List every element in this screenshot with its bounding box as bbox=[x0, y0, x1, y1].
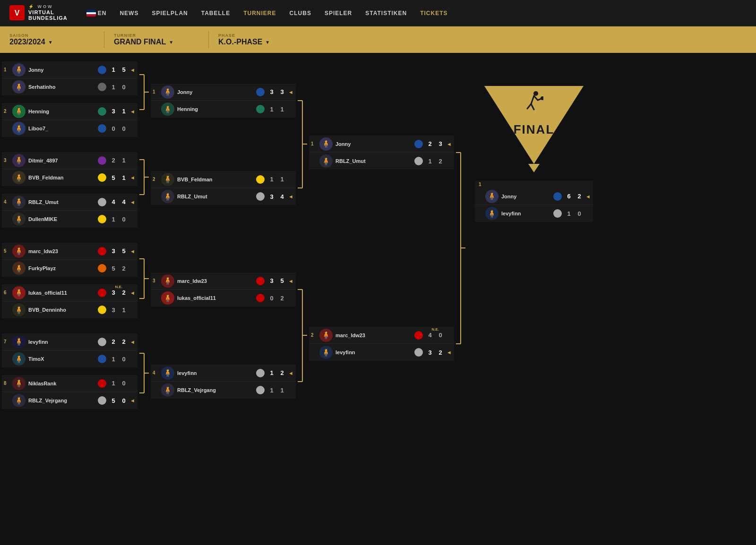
ne-tag: N.E. bbox=[431, 327, 439, 332]
qf-match-1-row-1[interactable]: 1 🧍 Jonny 3 3 ◄ bbox=[151, 84, 296, 101]
player-name: lukas_official11 bbox=[177, 295, 256, 301]
nav-tabelle[interactable]: TABELLE bbox=[201, 10, 230, 17]
sf-match-1-row-1[interactable]: 1 🧍 Jonny 2 3 ◄ bbox=[309, 136, 454, 153]
trophy: FINAL bbox=[484, 86, 584, 172]
match-num: 2 bbox=[153, 177, 158, 182]
filter-saison[interactable]: SAISON 2023/2024 ▼ bbox=[9, 33, 94, 46]
nav-tickets[interactable]: TICKETS bbox=[420, 10, 447, 17]
team-icon bbox=[414, 348, 423, 357]
nav-spieler[interactable]: SPIELER bbox=[325, 10, 352, 17]
player-name: BVB_Feldman bbox=[28, 175, 98, 180]
qf-match-2-row-1[interactable]: 2 🧍 BVB_Feldman 1 1 bbox=[151, 171, 296, 188]
winner-arrow: ◄ bbox=[288, 89, 293, 95]
sf-match-2-row-1[interactable]: 2 🧍 marc_ldw23 4 0 N.E. bbox=[309, 327, 454, 344]
team-icon bbox=[98, 289, 106, 297]
r16-match-5-row-2[interactable]: 🧍 FurkyPlayz 5 2 bbox=[2, 260, 137, 277]
score-leg2: 0 bbox=[435, 332, 446, 339]
nav-statistiken[interactable]: STATISTIKEN bbox=[365, 10, 407, 17]
nav-turniere[interactable]: TURNIERE bbox=[243, 10, 276, 17]
r16-match-3-row-1[interactable]: 3 🧍 Ditmir_4897 2 1 bbox=[2, 152, 137, 169]
winner-arrow: ◄ bbox=[130, 199, 135, 205]
team-icon bbox=[553, 192, 562, 201]
team-icon bbox=[553, 209, 562, 218]
bracket-svg-r16-qf bbox=[139, 58, 149, 545]
bracket-svg-sf-final bbox=[456, 58, 465, 388]
r16-match-4-row-1[interactable]: 4 🧍 RBLZ_Umut 4 4 ◄ bbox=[2, 194, 137, 211]
player-avatar: 🧍 bbox=[12, 352, 26, 366]
final-match-row-1[interactable]: 🧍 Jonny 6 2 ◄ bbox=[475, 188, 593, 205]
qf-match-3-row-1[interactable]: 3 🧍 marc_ldw23 3 5 ◄ bbox=[151, 272, 296, 290]
r16-match-8-row-2[interactable]: 🧍 RBLZ_Vejrgang 5 0 ◄ bbox=[2, 392, 137, 409]
r16-match-8-row-1[interactable]: 8 🧍 NiklasRank 1 0 bbox=[2, 375, 137, 392]
nav-spielplan[interactable]: SPIELPLAN bbox=[152, 10, 188, 17]
bracket-svg-qf-sf bbox=[298, 58, 307, 435]
team-icon bbox=[98, 66, 106, 74]
qf-match-3: 3 🧍 marc_ldw23 3 5 ◄ 🧍 lukas_official11 … bbox=[151, 272, 296, 307]
score-leg1: 2 bbox=[108, 338, 119, 345]
turnier-value: GRAND FINAL ▼ bbox=[114, 38, 189, 46]
qf-match-3-row-2[interactable]: 🧍 lukas_official11 0 2 bbox=[151, 290, 296, 307]
r16-match-3-row-2[interactable]: 🧍 BVB_Feldman 5 1 ◄ bbox=[2, 169, 137, 186]
player-name: RBLZ_Vejrgang bbox=[177, 387, 256, 393]
score-leg2: 4 bbox=[277, 193, 287, 200]
team-icon bbox=[98, 396, 106, 405]
player-name: Jonny bbox=[501, 194, 553, 199]
filter-sep-1 bbox=[104, 31, 104, 48]
sf-match-2-row-2[interactable]: 🧍 levyfinn 3 2 ◄ bbox=[309, 344, 454, 361]
spacer bbox=[2, 187, 137, 194]
filter-phase[interactable]: PHASE K.O.-PHASE ▼ bbox=[218, 33, 303, 46]
team-icon bbox=[256, 369, 265, 377]
trophy-triangle: FINAL bbox=[484, 86, 584, 164]
r16-match-5-row-1[interactable]: 5 🧍 marc_ldw23 3 5 ◄ bbox=[2, 243, 137, 260]
trophy-content: FINAL bbox=[494, 91, 574, 137]
r16-match-4-row-2[interactable]: 🧍 DullenMIKE 1 0 bbox=[2, 211, 137, 228]
player-avatar: 🧍 bbox=[161, 102, 174, 116]
nav-lang[interactable]: EN bbox=[86, 10, 107, 17]
qf-match-1-row-2[interactable]: 🧍 Henning 1 1 bbox=[151, 101, 296, 118]
player-name: marc_ldw23 bbox=[335, 332, 414, 338]
score-leg2: 2 bbox=[119, 289, 129, 296]
team-icon bbox=[98, 264, 106, 272]
qf-match-2-row-2[interactable]: 🧍 RBLZ_Umut 3 4 ◄ bbox=[151, 188, 296, 205]
r16-match-1-row-1[interactable]: 1 🧍 Jonny 1 5 ◄ bbox=[2, 61, 137, 78]
r16-match-7-row-2[interactable]: 🧍 TimoX 1 0 bbox=[2, 350, 137, 367]
nav-news[interactable]: NEWS bbox=[120, 10, 138, 17]
team-icon bbox=[256, 88, 265, 96]
r16-match-2-row-1[interactable]: 2 🧍 Henning 3 1 ◄ bbox=[2, 103, 137, 120]
nav-clubs[interactable]: CLUBS bbox=[290, 10, 311, 17]
flag-icon bbox=[86, 10, 96, 17]
score-leg1: 3 bbox=[108, 108, 119, 115]
filter-turnier[interactable]: TURNIER GRAND FINAL ▼ bbox=[114, 33, 199, 46]
turnier-arrow: ▼ bbox=[169, 40, 173, 45]
player-name: Jonny bbox=[177, 89, 256, 95]
score-leg2: 0 bbox=[574, 210, 584, 217]
final-match-row-2[interactable]: 🧍 levyfinn 1 0 bbox=[475, 205, 593, 222]
r16-match-2-row-2[interactable]: 🧍 Liboo7_ 0 0 bbox=[2, 120, 137, 137]
r16-match-6-row-2[interactable]: 🧍 BVB_Denninho 3 1 bbox=[2, 301, 137, 318]
score-leg1: 2 bbox=[108, 157, 119, 164]
team-icon bbox=[256, 386, 265, 394]
qf-match-4-row-1[interactable]: 4 🧍 levyfinn 1 2 ◄ bbox=[151, 365, 296, 382]
match-num: 1 bbox=[4, 67, 9, 72]
trophy-pointer bbox=[528, 164, 540, 172]
score-leg2: 0 bbox=[119, 216, 129, 223]
team-icon bbox=[256, 192, 265, 201]
spacer bbox=[2, 368, 137, 375]
team-icon bbox=[256, 294, 265, 302]
score-leg2: 1 bbox=[119, 307, 129, 314]
qf-match-4-row-2[interactable]: 🧍 RBLZ_Vejrgang 1 1 bbox=[151, 382, 296, 399]
sf-match-1-row-2[interactable]: 🧍 RBLZ_Umut 1 2 bbox=[309, 153, 454, 170]
r16-match-3: 3 🧍 Ditmir_4897 2 1 🧍 BVB_Feldman 5 1 ◄ bbox=[2, 152, 137, 186]
player-avatar: 🧍 bbox=[161, 383, 174, 397]
player-avatar: 🧍 bbox=[319, 137, 333, 151]
r16-match-7-row-1[interactable]: 7 🧍 levyfinn 2 2 ◄ bbox=[2, 333, 137, 350]
player-avatar: 🧍 bbox=[12, 286, 26, 299]
r16-match-4: 4 🧍 RBLZ_Umut 4 4 ◄ 🧍 DullenMIKE 1 0 bbox=[2, 194, 137, 228]
score-leg2: 2 bbox=[277, 369, 287, 376]
player-name: Jonny bbox=[28, 67, 98, 73]
score-leg2: 0 bbox=[119, 84, 129, 91]
wow-label: ⚡ WOW bbox=[28, 5, 68, 9]
r16-match-1-row-2[interactable]: 🧍 Serhatinho 1 0 bbox=[2, 78, 137, 95]
score-leg2: 2 bbox=[435, 158, 446, 165]
r16-match-6-row-1[interactable]: 6 🧍 lukas_official11 3 2 ◄ N.E. bbox=[2, 284, 137, 301]
